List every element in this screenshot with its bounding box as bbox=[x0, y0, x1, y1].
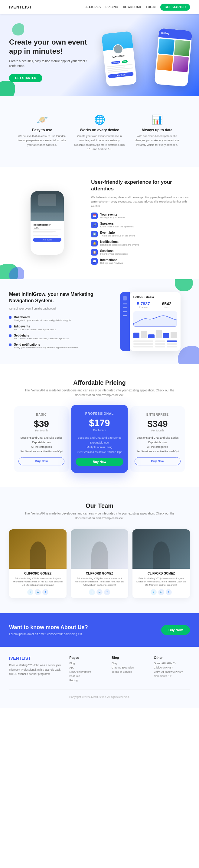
sidebar-dot-5 bbox=[123, 315, 127, 316]
basic-f1: Sessions and Chat and Site Series bbox=[18, 436, 65, 439]
pricing-title: Affordable Pricing bbox=[9, 379, 190, 386]
feature-easy: 🪐 Easy to use We believe that an easy to… bbox=[16, 114, 68, 152]
ent-f1: Sessions and Chat and Site Series bbox=[134, 436, 181, 439]
team-card-2: CLIFFORD GOMEZ Prior to starting YYI joh… bbox=[71, 529, 128, 598]
ux-section: Product Designer HireMe Join Event User-… bbox=[0, 167, 199, 279]
dash-sub-2: Add more information about your event bbox=[14, 328, 56, 331]
footer-bottom: Copyright © 2024 iVentList Inc. All righ… bbox=[9, 689, 190, 699]
pro-f1: Sessions and Chat and Site Series bbox=[76, 436, 123, 439]
dash-bar-row bbox=[133, 329, 177, 338]
footer-link-pages-1[interactable]: Blog bbox=[69, 662, 106, 665]
dash-main-card: Hello Eustasia 5,7837 Revenue 6542 Users bbox=[130, 292, 181, 351]
footer-link-other-1[interactable]: GreenAPI APIKEY bbox=[154, 662, 190, 665]
team-info-1: CLIFFORD GOMEZ Prior to starting YYI Joh… bbox=[9, 569, 67, 598]
tw-icon-3[interactable]: t bbox=[151, 589, 157, 595]
speakers-label: Speakers bbox=[100, 222, 134, 225]
ent-f2: Exportable now bbox=[134, 441, 181, 444]
pricing-card-basic: BASIC $39 Per Month Sessions and Chat an… bbox=[14, 406, 69, 472]
nav-logo: IVENTLIST bbox=[9, 5, 32, 9]
team-socials-1: t in f bbox=[12, 589, 64, 595]
footer-link-pages-3[interactable]: New Achievement bbox=[69, 670, 106, 673]
li-icon-2[interactable]: in bbox=[96, 589, 103, 595]
dash-item-details: Set detailsAdd details about the speaker… bbox=[9, 334, 104, 340]
tw-icon-2[interactable]: t bbox=[89, 589, 95, 595]
nav-pricing[interactable]: PRICING bbox=[106, 5, 118, 9]
pro-buy-button[interactable]: Buy Now bbox=[76, 458, 123, 466]
dash-greeting: Hello Eustasia bbox=[133, 296, 177, 299]
nav-cta-button[interactable]: GET STARTED bbox=[160, 4, 190, 10]
dash-item-dashboard: DashboardNavigate to your events at once… bbox=[9, 316, 104, 322]
stat1-label: Revenue bbox=[133, 306, 154, 308]
fb-icon-3[interactable]: f bbox=[166, 589, 172, 595]
footer-link-pages-2[interactable]: App bbox=[69, 666, 106, 669]
features-grid: 🪐 Easy to use We believe that an easy to… bbox=[9, 114, 190, 152]
ux-item-notif: 🔔 NotificationsDon't miss updates about … bbox=[91, 240, 190, 247]
basic-price: $39 bbox=[18, 419, 65, 429]
basic-label: BASIC bbox=[18, 413, 65, 416]
info-icon: ℹ️ bbox=[91, 231, 98, 238]
ent-buy-button[interactable]: Buy Now bbox=[134, 457, 181, 465]
dash-label-2: Edit events bbox=[14, 325, 56, 328]
green-blob-dash bbox=[175, 279, 193, 291]
dashboard-section: Meet InfiniGrow, your new Marketing Navi… bbox=[0, 279, 199, 364]
footer-link-other-2[interactable]: ClickHi-APIKEY bbox=[154, 666, 190, 669]
li-icon-3[interactable]: in bbox=[158, 589, 164, 595]
footer-link-blog-1[interactable]: Blog bbox=[112, 662, 148, 665]
dash-desc: Control your event from the dashboard. bbox=[9, 307, 104, 311]
footer-col3-heading: Other bbox=[154, 656, 190, 659]
pro-period: Per Month bbox=[76, 429, 123, 432]
footer-link-blog-2[interactable]: Chrome Extension bbox=[112, 666, 148, 669]
ent-f4: Set Sessions as active Paused Opt bbox=[134, 450, 181, 453]
sessions-label: Sessions bbox=[100, 249, 128, 252]
gallery-label: Gallery bbox=[161, 32, 170, 35]
team-role-3: Prior to starting YYI john was a senior … bbox=[135, 577, 187, 587]
ux-item-sessions: 📋 SessionsFilter by your preferences bbox=[91, 249, 190, 255]
hero-green-blob-1 bbox=[0, 81, 15, 96]
basic-f2: Exportable now bbox=[18, 441, 65, 444]
footer-link-blog-3[interactable]: Terms of Service bbox=[112, 670, 148, 673]
hero-text: Create your own event app in minutes! Cr… bbox=[9, 38, 96, 82]
ux-title: User-friendly experience for your attend… bbox=[91, 179, 190, 192]
nav-download[interactable]: DOWNLOAD bbox=[123, 5, 141, 9]
footer-link-pages-5[interactable]: Pricing bbox=[69, 679, 106, 682]
team-card-1: CLIFFORD GOMEZ Prior to starting YYI Joh… bbox=[9, 529, 67, 598]
sessions-icon: 📋 bbox=[91, 249, 98, 255]
basic-period: Per Month bbox=[18, 429, 65, 432]
easy-title: Easy to use bbox=[16, 128, 68, 132]
dash-title: Meet InfiniGrow, your new Marketing Navi… bbox=[9, 291, 104, 304]
pricing-card-pro: PROFESSIONAL $179 Per Month Sessions and… bbox=[71, 405, 128, 473]
footer-copyright: Copyright © 2024 iVentList Inc. All righ… bbox=[69, 695, 130, 699]
li-icon-1[interactable]: in bbox=[35, 589, 41, 595]
speakers-sub: Know more about the speakers bbox=[100, 225, 134, 228]
hero-green-blob-2 bbox=[12, 23, 24, 35]
dash-stat-2: 6542 Users bbox=[157, 301, 177, 308]
tw-icon-1[interactable]: t bbox=[27, 589, 33, 595]
basic-buy-button[interactable]: Buy Now bbox=[18, 457, 65, 465]
notif-icon: 🔔 bbox=[91, 240, 98, 247]
cta-section: Want to know more About Us? Lorem ipsum … bbox=[0, 613, 199, 647]
dash-text: Meet InfiniGrow, your new Marketing Navi… bbox=[9, 291, 104, 352]
pricing-card-enterprise: ENTERPRISE $349 Per Month Sessions and C… bbox=[130, 406, 185, 472]
device-desc: Create your own event conference in minu… bbox=[74, 134, 125, 152]
dash-stat-1: 5,7837 Revenue bbox=[133, 301, 154, 308]
device-icon: 🌐 bbox=[74, 114, 125, 125]
footer-link-other-3[interactable]: Citify Sti-kanow APIKEY bbox=[154, 670, 190, 673]
sidebar-dot-1 bbox=[123, 296, 127, 301]
footer-link-other-4[interactable]: Comments / .7 bbox=[154, 675, 190, 678]
pricing-subtitle: The iVentix API is made for developers a… bbox=[24, 388, 175, 398]
device-title: Works on every device bbox=[74, 128, 125, 132]
hero-section: Create your own event app in minutes! Cr… bbox=[0, 14, 199, 96]
fb-icon-1[interactable]: f bbox=[42, 589, 48, 595]
team-photo-2 bbox=[71, 529, 128, 569]
nav-login[interactable]: LOGIN bbox=[146, 5, 156, 9]
footer-link-pages-4[interactable]: Features bbox=[69, 675, 106, 678]
dash-dot-3 bbox=[9, 334, 11, 337]
stat2-label: Users bbox=[157, 306, 177, 308]
footer-logo: IVENTLIST bbox=[9, 656, 63, 661]
dash-mockup: Hello Eustasia 5,7837 Revenue 6542 Users bbox=[110, 292, 190, 351]
cta-buy-button[interactable]: Buy Now bbox=[161, 625, 190, 635]
hero-cta-button[interactable]: GET STARTED bbox=[9, 74, 42, 82]
phone-avatar bbox=[113, 44, 123, 55]
nav-features[interactable]: FEATURES bbox=[85, 5, 101, 9]
fb-icon-2[interactable]: f bbox=[104, 589, 110, 595]
